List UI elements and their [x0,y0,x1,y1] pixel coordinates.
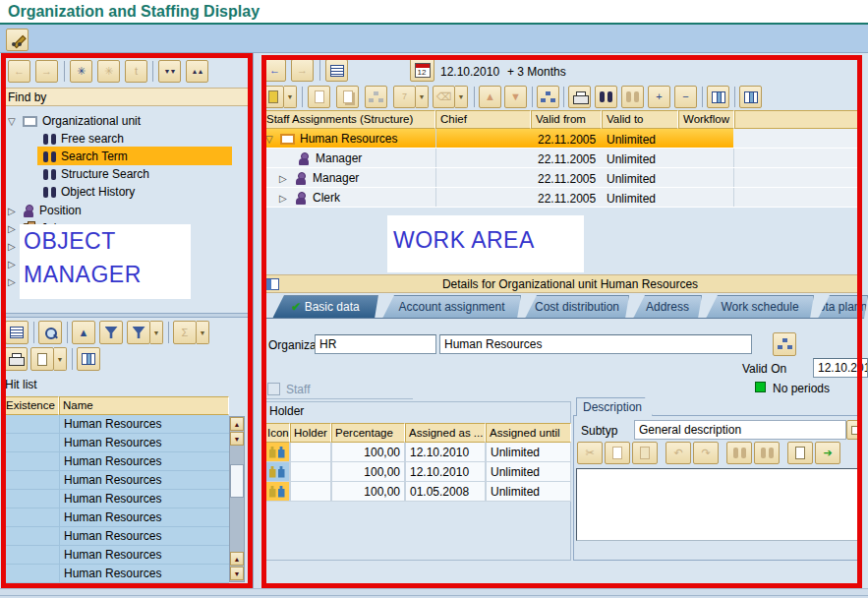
forward-button[interactable]: → [35,60,58,83]
goto-object-button[interactable] [261,86,284,108]
tree-item-hidden[interactable]: ▷ [8,255,18,272]
holder-cell[interactable] [290,482,331,502]
holder-icon-cell[interactable] [263,462,290,482]
holder-percentage-cell[interactable]: 100,00 [331,482,405,502]
holder-cell[interactable] [290,443,331,462]
expand-all-button[interactable]: ▼▼ [158,60,181,83]
find-next-text-button[interactable] [754,442,780,464]
holder-header-assigned-until[interactable]: Assigned until [486,423,571,443]
sa-header-workflow[interactable]: Workflow [678,110,734,129]
org-unit-name-field[interactable]: Human Resources [439,334,752,354]
move-down-button[interactable]: ▼ [504,86,527,108]
description-textarea[interactable] [576,468,860,541]
tree-item-hidden[interactable]: ▷ [8,237,18,255]
sa-header-valid-from[interactable]: Valid from [531,110,602,129]
copy-button[interactable] [336,86,359,108]
column-config-button[interactable] [77,347,100,371]
forward-button[interactable]: → [291,59,314,82]
valid-on-field[interactable]: 12.10.2010 [813,358,868,378]
holder-icon-cell[interactable] [263,482,290,502]
print-button[interactable] [4,347,28,371]
overview-list-button[interactable] [325,59,348,82]
tab-address[interactable]: Address [633,295,702,319]
holder-assigned-until-cell[interactable]: Unlimited [486,462,571,482]
sa-row-clerk[interactable]: ▷ Clerk [279,188,340,208]
hitlist-row[interactable]: Human Resources [2,415,229,434]
goto-menu-arrow[interactable]: ▼ [284,86,297,108]
create-search-button[interactable]: ✳ [70,60,92,83]
hitlist-row[interactable]: Human Resources [2,490,229,508]
display-change-button[interactable] [6,29,29,51]
find-next-button[interactable] [621,86,644,108]
hitlist-row[interactable]: Human Resources [2,565,229,583]
tree-item-free-search[interactable]: Free search [43,130,124,148]
expander-closed-icon[interactable]: ▷ [279,193,289,204]
search-button[interactable] [38,321,62,344]
cut-button[interactable]: ✂ [577,442,603,464]
list-display-button[interactable] [5,321,29,344]
expander-open-icon[interactable]: ▽ [265,134,275,145]
create-button[interactable] [308,86,330,108]
hitlist-row[interactable]: Human Resources [2,452,229,471]
expander-closed-icon[interactable]: ▷ [8,241,18,252]
sum-menu-arrow[interactable]: ▼ [197,321,209,344]
hitlist-header-existence[interactable]: Existence [2,396,59,415]
export-button[interactable]: ➔ [815,442,840,464]
sa-row-human-resources[interactable]: ▽ Human Resources [265,129,397,149]
assign-search-button[interactable]: t [125,60,147,83]
back-button[interactable]: ← [263,59,286,82]
expander-closed-icon[interactable]: ▷ [8,206,18,216]
expander-closed-icon[interactable]: ▷ [279,173,289,184]
hitlist-row[interactable]: Human Resources [2,546,229,565]
hitlist-row[interactable]: Human Resources [2,471,229,490]
hitlist-row[interactable]: Human Resources [2,527,229,546]
tab-work-schedule[interactable]: Work schedule [706,295,814,319]
date-picker-button[interactable] [410,58,434,82]
tree-item-structure-search[interactable]: Structure Search [43,165,149,183]
scroll-up-icon[interactable]: ▲ [230,417,244,431]
expander-closed-icon[interactable]: ▷ [8,259,18,269]
zoom-out-button[interactable]: − [674,86,697,108]
expander-open-icon[interactable]: ▽ [8,116,18,127]
sa-row-manager[interactable]: Manager [298,149,362,168]
column-tree-button[interactable] [707,86,729,108]
holder-header-percentage[interactable]: Percentage [331,423,405,443]
delete-menu-arrow[interactable]: ▼ [455,86,468,108]
load-file-button[interactable] [787,442,813,464]
zoom-in-button[interactable]: + [648,86,670,108]
scrollbar-thumb[interactable] [230,464,244,498]
filter-menu-arrow[interactable]: ▼ [150,321,163,344]
holder-assigned-as-cell[interactable]: 12.10.2010 [405,462,486,482]
holder-assigned-as-cell[interactable]: 01.05.2008 [405,482,486,502]
holder-percentage-cell[interactable]: 100,00 [331,443,405,462]
org-structure-button[interactable] [537,86,559,108]
holder-cell[interactable] [290,462,331,482]
redo-button[interactable]: ↷ [693,442,719,464]
sum-button[interactable]: Σ [173,321,197,344]
tree-item-search-term[interactable]: Search Term [43,148,128,165]
hitlist-scrollbar[interactable]: ▲ ▼ ▲ ▼ [229,416,245,582]
hitlist-row[interactable]: Human Resources [2,508,229,527]
subtyp-select[interactable]: General description [634,420,846,440]
find-button[interactable] [595,86,617,108]
paste-button[interactable] [632,442,658,464]
period-display-button[interactable] [773,332,796,356]
panel-splitter[interactable] [2,313,253,318]
holder-header-icon[interactable]: Icon [263,423,290,443]
sort-ascending-button[interactable]: ▲ [72,321,95,344]
hitlist-row[interactable]: Human Resources [2,434,229,452]
org-unit-code-field[interactable]: HR [315,334,436,354]
sort-descending-button[interactable] [99,321,123,344]
tree-item-object-history[interactable]: Object History [43,183,135,201]
move-up-button[interactable]: ▲ [479,86,501,108]
copy-text-button[interactable] [605,442,630,464]
search-variant-button[interactable]: ✳ [97,60,120,83]
description-tab[interactable]: Description [576,397,653,416]
column-config-button[interactable] [739,86,762,108]
find-text-button[interactable] [726,442,752,464]
expander-closed-icon[interactable]: ▷ [8,276,18,287]
views-button[interactable] [30,347,54,371]
delete-button[interactable]: ⌫ [433,86,455,108]
scroll-down-icon[interactable]: ▼ [230,432,244,446]
filter-button[interactable] [127,321,150,344]
